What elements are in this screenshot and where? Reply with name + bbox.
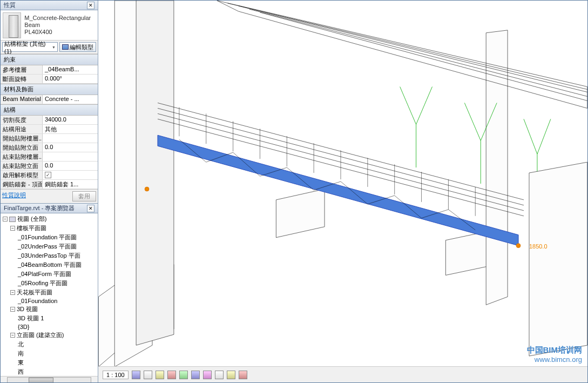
prop-start-level-label: 開始貼附樓層...	[1, 134, 43, 143]
reveal-hidden-icon[interactable]	[239, 371, 247, 379]
svg-point-1	[516, 244, 521, 248]
lock-view-icon[interactable]	[215, 371, 224, 379]
prop-start-elev-value[interactable]: 0.0	[43, 143, 98, 152]
detail-level-icon[interactable]	[132, 371, 140, 379]
prop-usage-value[interactable]: 其他	[43, 125, 98, 133]
tree-item[interactable]: _05Roofing 平面圖	[2, 279, 97, 288]
prop-beam-material-label: Beam Material	[1, 95, 43, 104]
prop-cut-length-label: 切割長度	[1, 116, 43, 124]
tree-item[interactable]: _04PlatForm 平面圖	[2, 270, 97, 279]
properties-panel-header: 性質 ✕	[1, 1, 98, 10]
tree-item[interactable]: _01Foundation	[2, 297, 97, 305]
properties-title: 性質	[4, 1, 16, 9]
tree-item[interactable]: _02UnderPass 平面圖	[2, 242, 97, 251]
tree-elevations[interactable]: −立面圖 (建築立面)	[2, 331, 97, 340]
prop-start-level-value[interactable]	[43, 134, 98, 143]
prop-end-elev-value[interactable]: 0.0	[43, 162, 98, 170]
prop-usage-label: 結構用途	[1, 125, 43, 133]
tree-item[interactable]: 南	[2, 349, 97, 358]
crop-view-icon[interactable]	[191, 371, 200, 379]
close-properties-icon[interactable]: ✕	[87, 2, 94, 9]
family-thumbnail	[3, 12, 21, 38]
tree-item[interactable]: 北	[2, 340, 97, 349]
edit-type-icon	[62, 44, 69, 50]
tree-views-all[interactable]: −視圖 (全部)	[2, 214, 97, 224]
prop-ref-level-label: 參考樓層	[1, 65, 43, 74]
tree-3d-views[interactable]: −3D 視圖	[2, 305, 97, 314]
type-selector-row[interactable]: M_Concrete-Rectangular Beam PL40X400	[1, 10, 98, 41]
prop-end-elev-label: 結束貼附立面	[1, 162, 43, 170]
browser-title: FinalTarge.rvt - 專案瀏覽器	[4, 204, 75, 212]
chevron-down-icon: ▼	[52, 45, 56, 49]
temp-hide-icon[interactable]	[227, 371, 235, 379]
prop-start-elev-label: 開始貼附立面	[1, 143, 43, 152]
prop-rotation-label: 斷面旋轉	[1, 75, 43, 83]
properties-help-link[interactable]: 性質說明	[2, 191, 26, 201]
prop-end-level-value[interactable]	[43, 152, 98, 161]
instance-filter-dropdown[interactable]: 結構框架 (其他) (1) ▼	[2, 42, 58, 52]
3d-viewport[interactable]: 1850.0	[98, 1, 587, 366]
crop-region-icon[interactable]	[203, 371, 212, 379]
sun-path-icon[interactable]	[156, 371, 164, 379]
shadows-icon[interactable]	[167, 371, 176, 379]
project-browser-tree[interactable]: −視圖 (全部) −樓板平面圖 _01Foundation 平面圖 _02Und…	[1, 213, 98, 376]
prop-end-level-label: 結束貼附樓層...	[1, 152, 43, 161]
svg-point-0	[145, 187, 149, 191]
family-type-text: M_Concrete-Rectangular Beam PL40X400	[24, 15, 96, 36]
tree-item[interactable]: _03UnderPassTop 平面	[2, 251, 97, 260]
scale-selector[interactable]: 1 : 100	[103, 371, 129, 379]
edit-type-button[interactable]: 編輯類型	[59, 42, 96, 52]
tree-item[interactable]: 東	[2, 358, 97, 367]
prop-rebar-top-label: 鋼筋錨套 - 頂面	[1, 180, 43, 189]
prop-analytical-value[interactable]: ✓	[43, 171, 98, 179]
prop-ref-level-value[interactable]: _04BeamB...	[43, 65, 98, 74]
tree-floor-plans[interactable]: −樓板平面圖	[2, 224, 97, 233]
tree-item[interactable]: 西	[2, 367, 97, 376]
rendering-icon[interactable]	[179, 371, 188, 379]
browser-panel-header: FinalTarge.rvt - 專案瀏覽器 ✕	[1, 204, 98, 213]
section-structural[interactable]: 結構	[1, 104, 98, 116]
prop-rebar-top-value[interactable]: 鋼筋錨套 1...	[43, 180, 98, 189]
prop-beam-material-value[interactable]: Concrete - ...	[43, 95, 98, 104]
watermark: 中国BIM培训网 www.bimcn.org	[527, 345, 583, 364]
folder-icon	[9, 217, 16, 222]
checkbox-checked-icon: ✓	[45, 172, 51, 178]
tree-item[interactable]: _01Foundation 平面圖	[2, 233, 97, 242]
apply-button[interactable]: 套用	[72, 191, 96, 201]
tree-item[interactable]: {3D}	[2, 323, 97, 331]
tree-item[interactable]: 3D 視圖 1	[2, 314, 97, 323]
section-constraints[interactable]: 約束	[1, 54, 98, 65]
tree-ceiling-plans[interactable]: −天花板平面圖	[2, 288, 97, 297]
close-browser-icon[interactable]: ✕	[87, 205, 94, 212]
browser-hscroll[interactable]	[1, 376, 98, 383]
prop-rotation-value[interactable]: 0.000°	[43, 75, 98, 83]
section-materials[interactable]: 材料及飾面	[1, 84, 98, 95]
prop-analytical-label: 啟用解析模型	[1, 171, 43, 179]
svg-text:1850.0: 1850.0	[529, 243, 548, 250]
prop-cut-length-value[interactable]: 34000.0	[43, 116, 98, 124]
model-drawing: 1850.0	[98, 1, 587, 366]
view-control-bar: 1 : 100	[98, 366, 587, 382]
tree-item[interactable]: _04BeamBottom 平面圖	[2, 260, 97, 270]
visual-style-icon[interactable]	[144, 371, 152, 379]
